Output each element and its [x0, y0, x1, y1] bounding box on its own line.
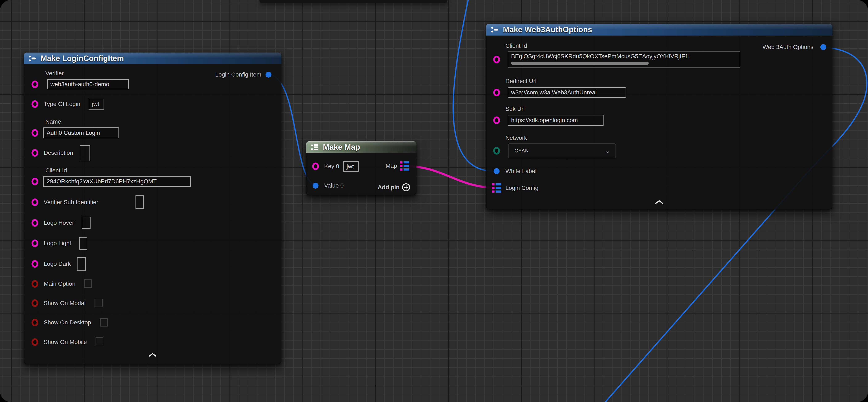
pin-logo-light[interactable] — [32, 239, 38, 247]
pin-key-0[interactable] — [312, 163, 319, 170]
description-field[interactable] — [80, 145, 90, 161]
pin-label-map: Map — [386, 162, 397, 169]
verifier-value: web3auth-auth0-demo — [51, 81, 109, 88]
output-pin-label: Web 3Auth Options — [763, 44, 813, 51]
pin-label-login-config: Login Config — [505, 184, 538, 192]
pin-label-white-label: White Label — [505, 168, 536, 175]
logo-light-field[interactable] — [79, 237, 87, 250]
node-title: Make Map — [323, 141, 360, 153]
key-0-field[interactable]: jwt — [343, 161, 359, 172]
pin-show-on-desktop[interactable] — [32, 319, 38, 326]
pin-main-option[interactable] — [32, 280, 38, 288]
network-value: CYAN — [515, 143, 529, 158]
pin-label-redirect-url: Redirect Url — [505, 78, 536, 85]
pin-redirect-url[interactable] — [493, 89, 500, 96]
window-frame: Make LoginConfigItem Login Config Item V… — [0, 0, 868, 402]
client-id-field[interactable]: 294QRkchfq2YaXUbPri7D6PH7xzHgQMT — [43, 176, 191, 187]
add-pin-label[interactable]: Add pin — [378, 184, 400, 191]
pin-white-label[interactable] — [494, 168, 500, 174]
node-make-map[interactable]: Make Map Key 0 jwt Map Value 0 Add pin — [306, 141, 416, 195]
collapse-chevron-icon[interactable] — [655, 200, 663, 204]
logo-dark-field[interactable] — [77, 257, 86, 270]
add-pin-icon[interactable] — [402, 183, 410, 192]
pin-label-value-0: Value 0 — [324, 182, 344, 189]
pin-login-config-item-output[interactable] — [266, 72, 271, 78]
node-title: Make Web3AuthOptions — [503, 24, 592, 35]
pin-logo-dark[interactable] — [32, 260, 38, 268]
logo-hover-field[interactable] — [82, 217, 91, 229]
pin-label-client-id: Client Id — [45, 167, 67, 174]
pin-label-description: Description — [44, 149, 73, 156]
pin-label-logo-hover: Logo Hover — [44, 219, 74, 226]
make-struct-icon — [491, 25, 499, 34]
client-id-field[interactable]: BEglQSgt4cUWcj6SKRdu5QkOXTsePmMcusG5EAoy… — [508, 52, 740, 67]
make-struct-icon — [28, 54, 37, 63]
pin-map-output[interactable] — [400, 161, 409, 171]
client-id-value: BEglQSgt4cUWcj6SKRdu5QkOXTsePmMcusG5EAoy… — [511, 53, 739, 60]
output-pin-label: Login Config Item — [215, 71, 261, 78]
pin-type-of-login[interactable] — [32, 100, 38, 108]
node-header[interactable]: Make Web3AuthOptions — [486, 24, 832, 35]
type-of-login-value: jwt — [92, 101, 99, 108]
type-of-login-field[interactable]: jwt — [89, 98, 104, 110]
pin-description[interactable] — [32, 149, 38, 156]
pin-label-show-on-modal: Show On Modal — [44, 299, 86, 307]
pin-logo-hover[interactable] — [32, 219, 38, 227]
redirect-url-value: w3a://com.w3a.Web3AuthUnreal — [511, 89, 597, 96]
show-on-mobile-checkbox[interactable] — [96, 337, 103, 345]
offscreen-node-fragment[interactable] — [259, 0, 447, 3]
pin-label-verifier-sub-identifier: Verifier Sub Identifier — [44, 199, 98, 206]
pin-label-key-0: Key 0 — [324, 163, 339, 170]
verifier-field[interactable]: web3auth-auth0-demo — [47, 79, 129, 89]
node-make-web3authoptions[interactable]: Make Web3AuthOptions Web 3Auth Options C… — [486, 24, 832, 209]
pin-show-on-modal[interactable] — [32, 299, 38, 307]
pin-verifier[interactable] — [32, 81, 38, 88]
node-make-loginconfigitem[interactable]: Make LoginConfigItem Login Config Item V… — [24, 53, 281, 364]
pin-label-name: Name — [45, 118, 61, 125]
make-map-icon — [311, 143, 319, 151]
show-on-modal-checkbox[interactable] — [95, 299, 103, 307]
name-value: Auth0 Custom Login — [46, 130, 100, 136]
blueprint-graph-canvas[interactable]: Make LoginConfigItem Login Config Item V… — [0, 0, 868, 402]
pin-label-logo-light: Logo Light — [44, 240, 71, 247]
pin-label-show-on-desktop: Show On Desktop — [44, 319, 91, 326]
pin-verifier-sub-identifier[interactable] — [32, 199, 38, 206]
node-header[interactable]: Make LoginConfigItem — [24, 53, 281, 64]
pin-label-show-on-mobile: Show On Mobile — [44, 339, 87, 346]
pin-label-type-of-login: Type Of Login — [44, 100, 80, 108]
show-on-desktop-checkbox[interactable] — [100, 318, 108, 326]
pin-label-client-id: Client Id — [505, 42, 527, 50]
chevron-down-icon: ⌄ — [605, 147, 611, 154]
client-id-value: 294QRkchfq2YaXUbPri7D6PH7xzHgQMT — [46, 178, 157, 185]
pin-label-network: Network — [505, 134, 527, 142]
node-title: Make LoginConfigItem — [40, 53, 124, 64]
pin-web3auth-options-output[interactable] — [820, 44, 826, 50]
client-id-scrollbar[interactable] — [511, 62, 649, 65]
pin-network[interactable] — [493, 147, 500, 154]
pin-label-main-option: Main Option — [44, 280, 75, 287]
pin-login-config[interactable] — [492, 183, 501, 193]
pin-label-verifier: Verifier — [45, 70, 64, 77]
pin-client-id[interactable] — [493, 56, 500, 63]
pin-show-on-mobile[interactable] — [32, 338, 38, 346]
pin-label-sdk-url: Sdk Url — [505, 105, 525, 113]
network-dropdown[interactable]: CYAN ⌄ — [508, 143, 616, 159]
name-field[interactable]: Auth0 Custom Login — [43, 127, 119, 138]
sdk-url-value: https://sdk.openlogin.com — [511, 117, 578, 124]
redirect-url-field[interactable]: w3a://com.w3a.Web3AuthUnreal — [508, 87, 626, 98]
main-option-checkbox[interactable] — [84, 280, 92, 288]
verifier-sub-identifier-field[interactable] — [135, 195, 144, 209]
pin-client-id[interactable] — [32, 178, 38, 185]
collapse-chevron-icon[interactable] — [148, 353, 157, 357]
node-header[interactable]: Make Map — [306, 141, 416, 153]
pin-sdk-url[interactable] — [493, 116, 500, 124]
sdk-url-field[interactable]: https://sdk.openlogin.com — [508, 115, 603, 126]
pin-label-logo-dark: Logo Dark — [44, 260, 71, 267]
pin-value-0[interactable] — [313, 183, 318, 189]
pin-name[interactable] — [32, 129, 38, 137]
key-0-value: jwt — [347, 163, 354, 170]
